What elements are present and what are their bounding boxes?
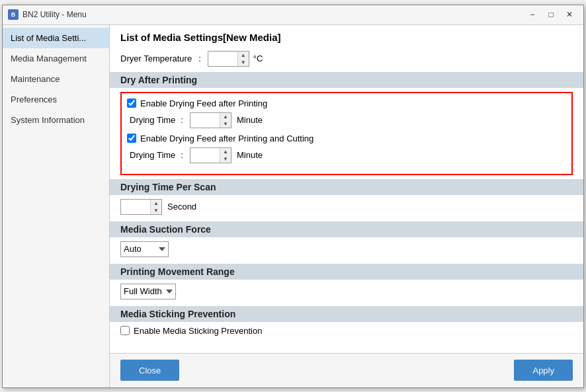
printing-movement-range-row: Full Width Custom <box>110 280 583 303</box>
dry-after-printing-box: Enable Drying Feed after Printing Drying… <box>120 92 573 175</box>
sidebar-item-list-of-media-settings[interactable]: List of Media Setti... <box>3 28 109 48</box>
sidebar-item-preferences[interactable]: Preferences <box>3 89 109 110</box>
minimize-button[interactable]: − <box>524 7 541 22</box>
drying-time-1-label: Drying Time <box>130 115 175 125</box>
drying-time-1-up[interactable]: ▲ <box>220 113 231 120</box>
maximize-button[interactable]: □ <box>542 7 560 22</box>
drying-time-1-spinner[interactable]: 0 ▲ ▼ <box>190 112 231 128</box>
dryer-temp-up-button[interactable]: ▲ <box>238 52 249 59</box>
drying-time-per-scan-up[interactable]: ▲ <box>151 200 161 207</box>
app-icon: B <box>8 9 19 20</box>
window-title: BN2 Utility - Menu <box>22 10 524 19</box>
dryer-temperature-label: Dryer Temperature <box>120 54 192 63</box>
sidebar: List of Media Setti... Media Management … <box>3 25 110 387</box>
drying-time-2-up[interactable]: ▲ <box>220 148 231 155</box>
drying-time-1-input[interactable]: 0 <box>190 113 220 128</box>
drying-time-1-unit: Minute <box>237 115 263 125</box>
drying-time-per-scan-row: 0.0 ▲ ▼ Second <box>110 195 583 219</box>
dryer-temperature-unit: °C <box>253 54 263 63</box>
enable-drying-feed-checkbox[interactable] <box>127 98 136 108</box>
drying-time-per-scan-header: Drying Time Per Scan <box>110 179 583 195</box>
drying-time-2-down[interactable]: ▼ <box>220 155 231 163</box>
enable-drying-feed-cutting-checkbox[interactable] <box>127 134 136 143</box>
dryer-temperature-input[interactable]: 38 <box>208 52 237 66</box>
dryer-temperature-row: Dryer Temperature : 38 ▲ ▼ °C <box>110 47 583 69</box>
enable-drying-feed-cutting-row: Enable Drying Feed after Printing and Cu… <box>127 134 566 143</box>
content-area: List of Media Setti... Media Management … <box>3 25 583 387</box>
main-window: B BN2 Utility - Menu − □ ✕ List of Media… <box>2 5 584 388</box>
enable-media-sticking-prevention-checkbox[interactable] <box>120 326 130 335</box>
printing-movement-range-select[interactable]: Full Width Custom <box>120 284 176 299</box>
media-suction-force-row: Auto High Medium Low <box>110 237 583 261</box>
drying-time-2-input[interactable]: 0 <box>190 148 220 163</box>
printing-movement-range-header: Printing Movement Range <box>110 264 583 280</box>
close-window-button[interactable]: ✕ <box>561 7 578 22</box>
main-content: List of Media Settings[New Media] Dryer … <box>110 25 583 353</box>
media-suction-force-header: Media Suction Force <box>110 221 583 237</box>
enable-drying-feed-label: Enable Drying Feed after Printing <box>140 98 267 108</box>
title-bar: B BN2 Utility - Menu − □ ✕ <box>3 5 583 25</box>
sidebar-item-system-information[interactable]: System Information <box>3 110 109 130</box>
drying-time-per-scan-down[interactable]: ▼ <box>151 207 161 214</box>
drying-time-per-scan-spinner[interactable]: 0.0 ▲ ▼ <box>120 199 162 215</box>
drying-time-per-scan-unit: Second <box>167 202 196 212</box>
drying-time-per-scan-input[interactable]: 0.0 <box>121 200 150 214</box>
drying-time-1-colon: : <box>181 115 183 125</box>
media-suction-force-select[interactable]: Auto High Medium Low <box>120 241 169 257</box>
dry-after-printing-header: Dry After Printing <box>110 72 583 88</box>
footer: Close Apply <box>110 353 583 387</box>
close-button[interactable]: Close <box>120 360 179 381</box>
drying-time-2-row: Drying Time : 0 ▲ ▼ Minute <box>127 147 566 163</box>
drying-time-1-down[interactable]: ▼ <box>220 120 231 128</box>
enable-drying-feed-cutting-label: Enable Drying Feed after Printing and Cu… <box>140 134 314 143</box>
drying-time-1-row: Drying Time : 0 ▲ ▼ Minute <box>127 112 566 128</box>
media-sticking-prevention-row: Enable Media Sticking Prevention <box>110 322 583 344</box>
drying-time-2-unit: Minute <box>237 150 263 160</box>
apply-button[interactable]: Apply <box>514 360 573 381</box>
window-controls: − □ ✕ <box>524 7 578 22</box>
main-panel: List of Media Settings[New Media] Dryer … <box>110 25 583 387</box>
enable-drying-feed-row: Enable Drying Feed after Printing <box>127 98 566 108</box>
drying-time-2-label: Drying Time <box>130 150 175 160</box>
dryer-colon: : <box>198 54 201 63</box>
media-sticking-prevention-header: Media Sticking Prevention <box>110 306 583 322</box>
drying-time-2-colon: : <box>181 150 183 160</box>
dryer-temperature-spinner[interactable]: 38 ▲ ▼ <box>208 51 249 67</box>
sidebar-item-media-management[interactable]: Media Management <box>3 48 109 69</box>
page-title: List of Media Settings[New Media] <box>110 25 583 47</box>
enable-media-sticking-prevention-label: Enable Media Sticking Prevention <box>134 326 262 336</box>
drying-time-2-spinner[interactable]: 0 ▲ ▼ <box>190 147 231 163</box>
dryer-temp-down-button[interactable]: ▼ <box>238 59 249 66</box>
sidebar-item-maintenance[interactable]: Maintenance <box>3 69 109 89</box>
